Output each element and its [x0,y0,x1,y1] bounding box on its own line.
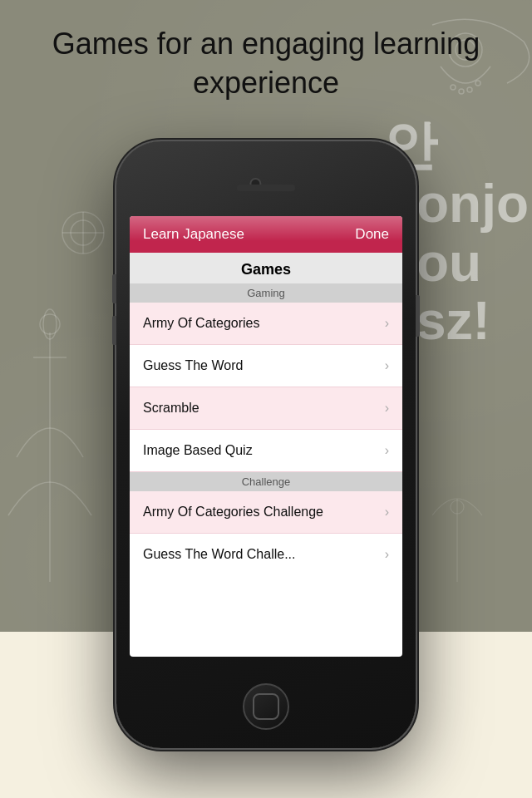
navigation-bar: Learn Japanese Done [130,216,402,253]
volume-down-button [112,316,116,345]
list-item[interactable]: Army Of Categories › [130,303,402,345]
phone-screen: Learn Japanese Done Games Gaming Army Of… [130,216,402,657]
chevron-icon: › [385,547,389,562]
chevron-icon: › [385,358,389,373]
chevron-icon: › [385,443,389,458]
header-text: Games for an engaging learning experienc… [52,27,480,100]
chevron-icon: › [385,316,389,331]
guess-the-word-challenge-label: Guess The Word Challe... [143,547,296,562]
home-button-inner [253,693,279,720]
list-item[interactable]: Guess The Word Challe... › [130,534,402,575]
army-of-categories-label: Army Of Categories [143,316,259,331]
list-item[interactable]: Guess The Word › [130,345,402,387]
page-header: Games for an engaging learning experienc… [0,25,532,103]
phone-device: Learn Japanese Done Games Gaming Army Of… [116,141,416,748]
games-title: Games [143,261,389,278]
speaker [237,185,295,191]
chevron-icon: › [385,505,389,520]
army-of-categories-challenge-label: Army Of Categories Challenge [143,505,323,520]
content-title-area: Games [130,253,402,283]
chevron-icon: › [385,401,389,416]
scramble-label: Scramble [143,401,200,416]
phone-body: Learn Japanese Done Games Gaming Army Of… [116,141,416,748]
nav-title: Learn Japanese [143,226,244,243]
challenge-section-header: Challenge [130,472,402,491]
volume-up-button [112,274,116,303]
guess-the-word-label: Guess The Word [143,358,243,373]
list-item[interactable]: Army Of Categories Challenge › [130,491,402,534]
image-based-quiz-label: Image Based Quiz [143,443,253,458]
list-item[interactable]: Scramble › [130,387,402,430]
gaming-section-header: Gaming [130,283,402,303]
power-button [416,295,420,337]
done-button[interactable]: Done [355,226,389,243]
home-button[interactable] [243,683,289,730]
list-item[interactable]: Image Based Quiz › [130,430,402,472]
